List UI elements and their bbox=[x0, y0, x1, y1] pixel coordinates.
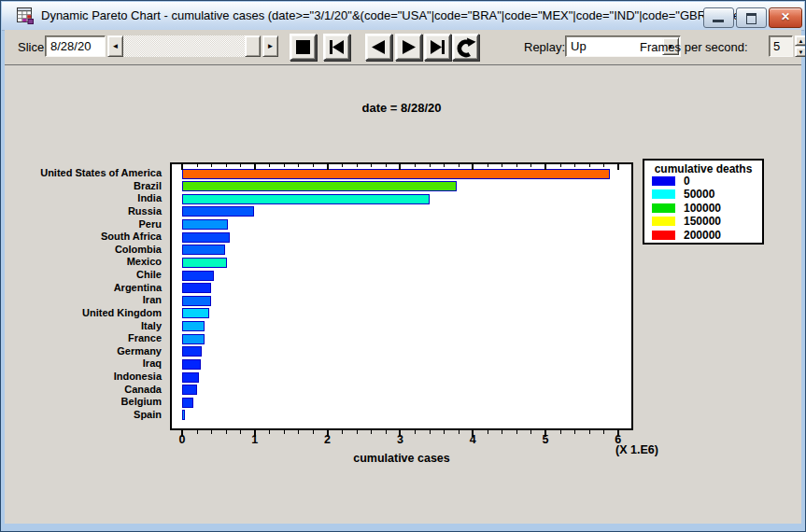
category-label: Peru bbox=[5, 218, 162, 231]
category-label: South Africa bbox=[5, 231, 162, 243]
x-major-tick-top bbox=[254, 164, 256, 170]
replay-selected-value: Up bbox=[571, 39, 587, 53]
x-tick-label: 4 bbox=[454, 433, 491, 446]
chart-bar bbox=[182, 258, 227, 268]
x-minor-tick-top bbox=[560, 164, 561, 167]
replay-loop-button[interactable] bbox=[452, 34, 479, 61]
x-minor-tick-top bbox=[371, 164, 372, 167]
fps-label: Frames per second: bbox=[640, 40, 748, 54]
minimize-button[interactable] bbox=[703, 7, 734, 28]
down-arrow-icon: ▼ bbox=[799, 49, 804, 55]
category-label: Colombia bbox=[5, 244, 162, 256]
right-arrow-icon: ► bbox=[267, 42, 275, 50]
x-minor-tick bbox=[211, 430, 212, 434]
x-minor-tick bbox=[444, 430, 445, 434]
chart-bar bbox=[182, 346, 202, 357]
x-minor-tick bbox=[516, 430, 517, 434]
category-label: Italy bbox=[5, 320, 162, 332]
x-minor-tick bbox=[430, 430, 431, 434]
toolbar: Slice: 8/28/20 ◄ ► Replay: Up bbox=[5, 30, 801, 65]
chart-bar bbox=[182, 308, 209, 318]
skip-to-end-icon bbox=[430, 39, 445, 55]
close-button[interactable]: ✕ bbox=[769, 7, 802, 28]
x-minor-tick bbox=[574, 430, 575, 434]
slice-scroll-left-button[interactable]: ◄ bbox=[107, 35, 123, 57]
x-minor-tick bbox=[371, 430, 372, 434]
step-back-button[interactable] bbox=[365, 34, 392, 61]
x-minor-tick-top bbox=[357, 164, 358, 167]
category-label: Indonesia bbox=[5, 371, 162, 383]
x-minor-tick bbox=[313, 430, 314, 434]
category-label: India bbox=[5, 192, 162, 204]
x-minor-tick bbox=[357, 430, 358, 434]
category-label: Brazil bbox=[5, 180, 162, 192]
category-label: Spain bbox=[5, 409, 162, 421]
chart-bar bbox=[182, 232, 230, 243]
left-arrow-icon: ◄ bbox=[112, 42, 120, 50]
category-label: Argentina bbox=[5, 282, 162, 294]
chart-bar bbox=[182, 372, 199, 383]
legend-value-label: 100000 bbox=[684, 203, 721, 214]
legend-swatch bbox=[652, 189, 675, 199]
x-minor-tick bbox=[386, 430, 387, 434]
skip-to-start-icon bbox=[329, 39, 345, 55]
x-minor-tick bbox=[589, 430, 590, 434]
category-label: France bbox=[5, 332, 162, 344]
chart-bar bbox=[182, 283, 211, 293]
x-tick-label: 5 bbox=[527, 433, 564, 446]
slice-input[interactable]: 8/28/20 bbox=[45, 35, 106, 57]
x-minor-tick bbox=[284, 430, 285, 434]
chart-bar bbox=[182, 194, 430, 204]
stop-button[interactable] bbox=[290, 34, 317, 61]
maximize-button[interactable] bbox=[736, 7, 767, 28]
x-minor-tick bbox=[459, 430, 460, 434]
slice-scroll-right-button[interactable]: ► bbox=[262, 35, 278, 57]
category-label: Germany bbox=[5, 345, 162, 357]
chart-title: date = 8/28/20 bbox=[170, 101, 633, 115]
chart-bar bbox=[182, 410, 185, 420]
titlebar[interactable]: Dynamic Pareto Chart - cumulative cases … bbox=[2, 2, 804, 31]
x-minor-tick-top bbox=[603, 164, 604, 167]
x-tick-label: 6 bbox=[600, 433, 637, 446]
chart-bar bbox=[182, 181, 457, 191]
x-major-tick-top bbox=[617, 164, 619, 170]
slice-scrollbar-track[interactable] bbox=[123, 35, 245, 57]
x-minor-tick bbox=[298, 430, 299, 434]
slice-scrollbar-thumb[interactable] bbox=[245, 35, 261, 57]
stop-icon bbox=[296, 40, 310, 54]
x-minor-tick bbox=[415, 430, 416, 434]
chart-bar bbox=[182, 359, 201, 370]
skip-to-end-button[interactable] bbox=[424, 34, 451, 61]
category-label: Iran bbox=[5, 294, 162, 306]
fps-spin-down-button[interactable]: ▼ bbox=[795, 47, 806, 57]
x-minor-tick-top bbox=[530, 164, 531, 167]
fps-input[interactable]: 5 bbox=[769, 35, 793, 57]
legend-swatch bbox=[652, 231, 675, 240]
step-back-icon bbox=[371, 39, 387, 55]
x-minor-tick bbox=[269, 430, 270, 434]
minimize-icon bbox=[713, 20, 724, 22]
skip-to-start-button[interactable] bbox=[323, 34, 350, 61]
x-major-tick-top bbox=[544, 164, 546, 170]
step-forward-button[interactable] bbox=[395, 34, 422, 61]
category-label: United States of America bbox=[5, 167, 162, 179]
x-minor-tick bbox=[502, 430, 502, 434]
category-label: Mexico bbox=[5, 256, 162, 268]
x-minor-tick bbox=[530, 430, 531, 434]
x-minor-tick bbox=[603, 430, 604, 434]
fps-spin-up-button[interactable]: ▲ bbox=[795, 35, 806, 46]
x-minor-tick-top bbox=[502, 164, 502, 167]
x-minor-tick-top bbox=[589, 164, 590, 167]
chart-bar bbox=[182, 219, 228, 230]
x-minor-tick-top bbox=[415, 164, 416, 167]
x-minor-tick-top bbox=[298, 164, 299, 167]
replay-loop-icon bbox=[455, 36, 476, 58]
close-icon: ✕ bbox=[770, 10, 801, 23]
x-minor-tick-top bbox=[488, 164, 488, 167]
fps-spinner: ▲ ▼ bbox=[795, 35, 806, 57]
x-tick-label: 1 bbox=[236, 433, 274, 446]
x-major-tick-top bbox=[472, 164, 474, 170]
app-window: Dynamic Pareto Chart - cumulative cases … bbox=[0, 0, 806, 532]
up-arrow-icon: ▲ bbox=[799, 38, 804, 44]
x-minor-tick-top bbox=[342, 164, 343, 167]
